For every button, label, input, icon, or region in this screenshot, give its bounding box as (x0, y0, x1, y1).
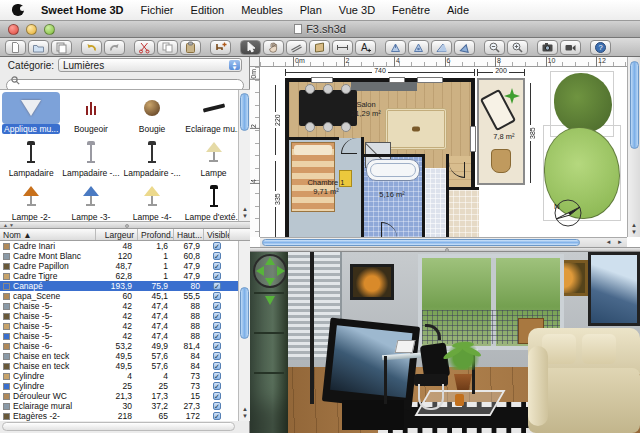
dimension-740[interactable]: 740 (285, 68, 475, 75)
table-row[interactable]: Etagères -2-21865172✓ (0, 411, 250, 421)
kitchen-counter[interactable] (351, 82, 417, 91)
balcony-plan[interactable]: 7,8 m² (477, 78, 525, 185)
dimension-200[interactable]: 200 (477, 68, 525, 75)
visible-checkbox[interactable]: ✓ (213, 352, 221, 360)
pan-mode-button[interactable] (263, 40, 284, 55)
table-row[interactable]: Cadre Tigre62,8147,9✓ (0, 271, 250, 281)
cut-button[interactable] (134, 40, 155, 55)
create-rooms-button[interactable] (309, 40, 330, 55)
redo-button[interactable] (104, 40, 125, 55)
zoom-out-button[interactable] (484, 40, 505, 55)
column-header-haut-[interactable]: Haut... (174, 229, 204, 240)
zoom-in-button[interactable] (507, 40, 528, 55)
modify-3d-view-button[interactable] (431, 40, 452, 55)
table-row[interactable]: Chaise -5-4247,488✓ (0, 301, 250, 311)
dimension-335[interactable]: 335 (273, 161, 280, 237)
scroll-arrows-icon[interactable]: ▲▼ (239, 206, 250, 220)
splitter-arrows-icon[interactable]: ▲▼ (3, 222, 15, 228)
table-row[interactable]: Cadre Inari481,667,9✓ (0, 241, 250, 251)
scroll-arrows-icon[interactable]: ◄ ► (605, 239, 625, 245)
open-document-button[interactable] (28, 40, 49, 55)
bathtub[interactable] (366, 159, 420, 181)
table-hscrollbar[interactable] (2, 422, 235, 431)
visible-checkbox[interactable]: ✓ (213, 242, 221, 250)
visible-checkbox[interactable]: ✓ (213, 332, 221, 340)
table-row[interactable]: Cylindre4473✓ (0, 371, 250, 381)
menu-fen-tre[interactable]: Fenêtre (392, 4, 430, 16)
add-furniture-button[interactable] (210, 40, 231, 55)
catalog-item-eclairage-mu-[interactable]: Eclairage mu... (183, 92, 245, 134)
nav-left-icon[interactable] (256, 266, 264, 276)
catalog-item-bougie[interactable]: Bougie (122, 92, 183, 134)
nav-lower-icon[interactable] (265, 296, 275, 305)
table-row[interactable]: Chaise -6-53,249,981,4✓ (0, 341, 250, 351)
menu-sweet-home-3d[interactable]: Sweet Home 3D (41, 4, 124, 16)
table-row[interactable]: Cylindre252573✓ (0, 381, 250, 391)
compass-icon[interactable]: N (548, 193, 588, 233)
apple-menu-icon[interactable] (12, 4, 24, 16)
menu-vue-3d[interactable]: Vue 3D (339, 4, 375, 16)
catalog-scrollbar[interactable]: ▲▼ (238, 90, 250, 221)
visible-checkbox[interactable]: ✓ (213, 322, 221, 330)
plan-vscrollbar[interactable]: ▲▼ (627, 57, 640, 237)
nav-up-icon[interactable] (265, 257, 275, 265)
catalog-item-applique-mu-[interactable]: Applique mu... (2, 92, 60, 134)
table-row[interactable]: Chaise -5-4247,488✓ (0, 311, 250, 321)
table-row[interactable]: Chaise en teck49,557,684✓ (0, 351, 250, 361)
view-from-top-button[interactable] (385, 40, 406, 55)
balcony-chair[interactable] (491, 149, 511, 173)
catalog-table-splitter[interactable]: ▲▼ (0, 222, 250, 229)
3d-view[interactable] (250, 252, 640, 433)
create-photo-button[interactable] (537, 40, 558, 55)
help-button[interactable]: ? (590, 40, 611, 55)
table-header[interactable]: Nom ▲LargeurProfond...Haut...Visible (0, 229, 250, 241)
visible-checkbox[interactable]: ✓ (213, 272, 221, 280)
bed[interactable] (291, 142, 335, 212)
scroll-arrows-icon[interactable]: ▲▼ (628, 222, 640, 236)
title-bar[interactable]: F3.sh3d (0, 21, 640, 38)
column-header-nom[interactable]: Nom ▲ (0, 229, 96, 240)
visible-checkbox[interactable]: ✓ (213, 392, 221, 400)
catalog-item-lampe-d-ext-[interactable]: Lampe d'exté... (183, 180, 245, 222)
nav-right-icon[interactable] (277, 266, 285, 276)
visible-checkbox[interactable]: ✓ (213, 402, 221, 410)
catalog-item-lampe-3-[interactable]: Lampe -3- (60, 180, 121, 222)
table-scrollbar[interactable]: ▲▼ (238, 241, 250, 421)
visible-checkbox[interactable]: ✓ (213, 362, 221, 370)
create-video-button[interactable] (560, 40, 581, 55)
select-mode-button[interactable] (240, 40, 261, 55)
menu-fichier[interactable]: Fichier (141, 4, 174, 16)
visible-checkbox[interactable]: ✓ (213, 302, 221, 310)
visible-checkbox[interactable]: ✓ (213, 312, 221, 320)
visible-checkbox[interactable]: ✓ (213, 262, 221, 270)
table-row[interactable]: Chaise -5-4247,488✓ (0, 321, 250, 331)
catalog-item-lampe-4-[interactable]: Lampe -4- (122, 180, 183, 222)
room-cuisine[interactable] (447, 190, 479, 237)
undo-button[interactable] (81, 40, 102, 55)
table-row[interactable]: Cadre Papillon48,7147,9✓ (0, 261, 250, 271)
apartment-plan[interactable]: Salon21,29 m² Chambre 19,71 m² 5,16 m² C… (285, 78, 475, 237)
catalog-item-lampadaire[interactable]: Lampadaire (2, 136, 60, 178)
tree-dark[interactable] (554, 73, 612, 133)
catalog-item-lampadaire-[interactable]: Lampadaire -... (122, 136, 183, 178)
paste-button[interactable] (180, 40, 201, 55)
table-row[interactable]: Cadre Mont Blanc120160,8✓ (0, 251, 250, 261)
copy-button[interactable] (157, 40, 178, 55)
visible-checkbox[interactable]: ✓ (213, 252, 221, 260)
column-header-visible[interactable]: Visible (204, 229, 230, 240)
create-walls-button[interactable] (286, 40, 307, 55)
category-select[interactable]: Lumières▲▼ (58, 58, 242, 72)
table-row[interactable]: capa_Scene6045,155,5✓ (0, 291, 250, 301)
create-dimensions-button[interactable] (332, 40, 353, 55)
visible-checkbox[interactable]: ✓ (213, 412, 221, 420)
visible-checkbox[interactable]: ✓ (213, 292, 221, 300)
scroll-arrows-icon[interactable]: ▲▼ (239, 406, 250, 420)
menu-edition[interactable]: Edition (191, 4, 225, 16)
save-document-button[interactable] (51, 40, 72, 55)
catalog-item-lampe[interactable]: Lampe (183, 136, 245, 178)
catalog-item-lampadaire-[interactable]: Lampadaire -... (60, 136, 121, 178)
catalog-item-lampe-2-[interactable]: Lampe -2- (2, 180, 60, 222)
nav-down-icon[interactable] (265, 278, 275, 286)
menu-meubles[interactable]: Meubles (241, 4, 283, 16)
3d-navigation-widget[interactable] (253, 254, 289, 306)
